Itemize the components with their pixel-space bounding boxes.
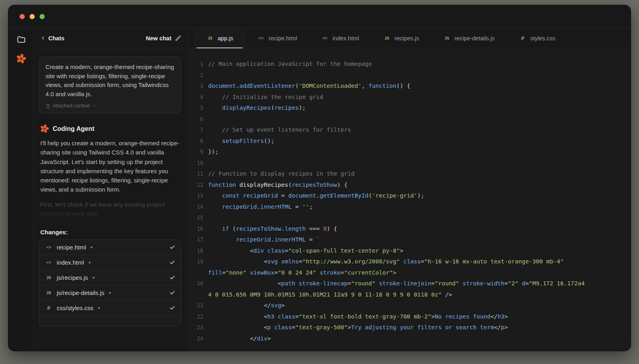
new-chat-button[interactable]: New chat — [146, 35, 181, 42]
code-text: }); — [208, 146, 218, 158]
token: function — [208, 182, 236, 188]
token: "round" — [351, 280, 375, 287]
token: recipeGrid — [236, 236, 271, 243]
code-line-18: 18 <div class="col-span-full text-center… — [192, 245, 631, 257]
token: > — [393, 269, 397, 276]
code-text: // Function to display recipes in the gr… — [208, 168, 355, 180]
tab-label: styles.css — [530, 35, 556, 42]
line-number: 13 — [192, 190, 208, 202]
token: = — [285, 247, 288, 254]
tab-styles.css[interactable]: #styles.css — [507, 28, 568, 48]
token: = — [306, 236, 316, 243]
code-line-10: 10 — [192, 158, 631, 169]
token: = — [292, 324, 296, 330]
code-line-4: 4 // Initialize the recipe grid — [192, 92, 631, 103]
token: ; — [309, 204, 313, 210]
code-text: </div> — [208, 333, 271, 344]
line-number: 17 — [192, 234, 208, 245]
token — [208, 127, 222, 133]
token: < — [208, 324, 267, 330]
token — [400, 258, 403, 265]
activity-rail — [8, 28, 34, 351]
js-file-icon: JS — [443, 36, 451, 40]
tab-label: recipes.js — [395, 35, 419, 42]
zoom-window-button[interactable] — [40, 14, 45, 19]
agent-message: I'll help you create a modern, orange-th… — [40, 138, 180, 194]
js-file-icon: JS — [45, 291, 53, 295]
token: = — [222, 269, 226, 276]
token: . — [236, 83, 240, 89]
check-icon — [169, 305, 175, 311]
code-line-15: 15 — [192, 212, 631, 224]
token: innerHTML — [260, 204, 292, 210]
tab-index.html[interactable]: <>index.html — [309, 28, 371, 48]
code-text: document.addEventListener('DOMContentLoa… — [208, 81, 410, 92]
token: div — [257, 335, 267, 342]
token: ( — [288, 182, 292, 188]
changes-row-recipe.html[interactable]: <>recipe.html• — [39, 240, 181, 255]
token: setupFilters — [222, 138, 264, 144]
token: "currentColor" — [344, 269, 393, 276]
token — [271, 324, 274, 330]
token: displayRecipes — [222, 105, 271, 111]
minimize-window-button[interactable] — [30, 14, 35, 19]
token: document — [288, 192, 316, 199]
changes-row-css/styles.css[interactable]: #css/styles.css• — [39, 301, 181, 316]
line-number: 7 — [192, 125, 208, 136]
token: svg — [271, 302, 281, 309]
token: < — [208, 247, 254, 254]
token: "round" — [435, 280, 459, 287]
project-files-button[interactable] — [16, 35, 26, 44]
close-window-button[interactable] — [20, 14, 25, 19]
code-text: <path stroke-linecap="round" stroke-line… — [208, 278, 585, 289]
token: ); — [417, 192, 424, 199]
modified-dot-icon: • — [109, 290, 111, 296]
tab-recipe-details.js[interactable]: JSrecipe-details.js — [431, 28, 507, 48]
line-number: 9 — [192, 146, 208, 158]
chat-scroll-area[interactable]: Create a modern, orange-themed recipe-sh… — [34, 48, 189, 351]
token: </ — [208, 335, 257, 342]
code-text: setupFilters(); — [208, 136, 274, 147]
code-line-19: 19 <svg xmlns="http://www.w3.org/2000/sv… — [192, 256, 631, 267]
code-editor[interactable]: 1// Main application JavaScript for the … — [189, 48, 631, 351]
token: fill — [208, 269, 222, 276]
tab-label: recipe-details.js — [454, 35, 495, 42]
token: "M9.172 16.172a4 — [529, 280, 585, 287]
agent-panel-button[interactable] — [16, 54, 26, 63]
code-line-11: 11// Function to display recipes in the … — [192, 168, 631, 180]
tab-app.js[interactable]: JSapp.js — [194, 28, 245, 48]
changes-row-index.html[interactable]: <>index.html• — [39, 255, 181, 270]
code-line-16: 16 if (recipesToShow.length === 0) { — [192, 224, 631, 235]
changes-row-js/recipes.js[interactable]: JSjs/recipes.js• — [39, 270, 181, 285]
token: path — [281, 280, 295, 287]
chevron-left-icon — [40, 36, 46, 41]
tab-recipes.js[interactable]: JSrecipes.js — [371, 28, 431, 48]
token: ) { — [337, 182, 347, 188]
token: > — [267, 335, 271, 342]
token: ` — [316, 236, 320, 243]
token: xmlns — [281, 258, 299, 265]
token: }); — [208, 148, 218, 155]
modified-dot-icon: • — [92, 275, 95, 281]
token: ( — [229, 226, 236, 232]
tab-bar: JSapp.js<>recipe.html<>index.htmlJSrecip… — [189, 28, 631, 48]
code-text: <div class="col-span-full text-center py… — [208, 245, 403, 257]
line-number: 19 — [192, 256, 208, 267]
changes-row-js/recipe-details.js[interactable]: JSjs/recipe-details.js• — [39, 285, 181, 301]
line-number: 20 — [192, 278, 208, 289]
token — [295, 280, 299, 287]
token: > — [400, 247, 403, 254]
token: "http://www.w3.org/2000/svg" — [302, 258, 400, 265]
html-file-icon: <> — [45, 260, 53, 265]
modified-dot-icon: • — [98, 305, 100, 311]
token: </ — [490, 313, 497, 320]
js-file-icon: JS — [45, 275, 53, 280]
tab-recipe.html[interactable]: <>recipe.html — [245, 28, 309, 48]
file-name: js/recipes.js — [57, 274, 88, 281]
agent-header: Coding Agent — [40, 125, 181, 133]
attached-context-toggle[interactable]: Attached context — [46, 103, 96, 109]
back-to-chats-button[interactable]: Chats — [40, 35, 64, 42]
code-line-wrap: fill="none" viewBox="0 0 24 24" stroke="… — [192, 267, 631, 279]
js-file-icon: JS — [383, 36, 391, 40]
token: p — [501, 324, 504, 330]
